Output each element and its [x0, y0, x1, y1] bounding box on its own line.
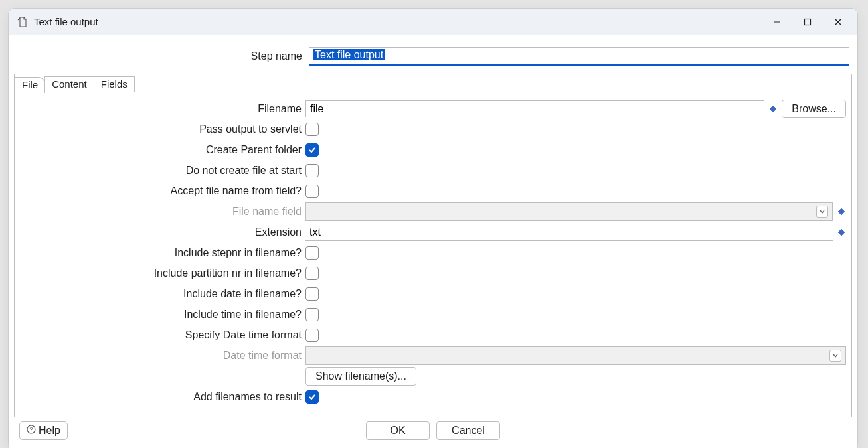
help-label: Help [39, 425, 60, 437]
cancel-button[interactable]: Cancel [436, 421, 500, 440]
svg-rect-1 [805, 19, 811, 25]
add-filenames-checkbox[interactable] [305, 390, 319, 404]
svg-marker-6 [838, 229, 845, 236]
row-file-name-field: File name field [20, 202, 846, 222]
chevron-down-icon [816, 206, 828, 218]
accept-filename-checkbox[interactable] [305, 185, 319, 198]
close-button[interactable] [823, 11, 853, 33]
variable-icon[interactable] [837, 207, 846, 216]
step-name-row: Step name Text file output [17, 47, 849, 66]
variable-icon[interactable] [768, 104, 778, 113]
include-time-checkbox[interactable] [305, 308, 319, 321]
row-datetime-format: Date time format [20, 346, 846, 366]
dialog-window: Text file output Step name Text file out… [8, 8, 858, 448]
chevron-down-icon [829, 350, 841, 362]
row-pass-output: Pass output to servlet [20, 119, 846, 139]
extension-input[interactable] [305, 224, 833, 241]
file-name-field-combo[interactable] [305, 202, 833, 221]
browse-button[interactable]: Browse... [782, 100, 846, 118]
step-name-value: Text file output [313, 49, 385, 60]
row-include-partition: Include partition nr in filename? [20, 263, 846, 283]
do-not-create-checkbox[interactable] [305, 164, 319, 177]
row-accept-filename: Accept file name from field? [20, 181, 846, 201]
row-show-filenames: Show filename(s)... [20, 366, 846, 386]
row-do-not-create: Do not create file at start [20, 161, 846, 181]
file-output-icon [17, 16, 29, 28]
pass-output-checkbox[interactable] [305, 123, 319, 136]
window-title: Text file output [34, 16, 98, 27]
ok-button[interactable]: OK [366, 421, 430, 440]
row-create-parent: Create Parent folder [20, 140, 846, 160]
include-stepnr-checkbox[interactable] [305, 246, 319, 260]
filename-input[interactable] [305, 100, 764, 117]
row-include-time: Include time in filename? [20, 305, 846, 325]
row-specify-datetime: Specify Date time format [20, 325, 846, 345]
datetime-format-combo[interactable] [305, 346, 846, 365]
dialog-footer: ? Help OK Cancel [14, 417, 852, 443]
tab-strip: File Content Fields [15, 74, 851, 92]
row-filename: Filename Browse... [20, 99, 846, 119]
specify-datetime-checkbox[interactable] [305, 329, 319, 342]
include-partition-checkbox[interactable] [305, 267, 319, 280]
show-filenames-button[interactable]: Show filename(s)... [305, 367, 416, 386]
row-include-stepnr: Include stepnr in filename? [20, 243, 846, 263]
tab-container: File Content Fields Filename Browse... [14, 74, 852, 417]
step-name-input[interactable]: Text file output [309, 47, 849, 66]
include-date-checkbox[interactable] [305, 287, 319, 301]
svg-marker-5 [838, 208, 845, 215]
row-include-date: Include date in filename? [20, 284, 846, 304]
title-bar: Text file output [9, 9, 857, 35]
tab-file[interactable]: File [15, 77, 45, 93]
row-add-filenames: Add filenames to result [20, 387, 846, 407]
help-button[interactable]: ? Help [19, 421, 68, 440]
tab-fields[interactable]: Fields [94, 76, 135, 92]
help-icon: ? [27, 425, 36, 437]
create-parent-checkbox[interactable] [305, 143, 319, 157]
svg-text:?: ? [29, 426, 33, 433]
tab-file-panel: Filename Browse... Pass output to servle… [15, 92, 851, 417]
maximize-button[interactable] [792, 11, 823, 33]
row-extension: Extension [20, 222, 846, 242]
variable-icon[interactable] [837, 228, 846, 237]
tab-content[interactable]: Content [44, 76, 94, 92]
svg-marker-4 [770, 106, 776, 112]
minimize-button[interactable] [762, 11, 792, 33]
step-name-label: Step name [17, 50, 309, 62]
